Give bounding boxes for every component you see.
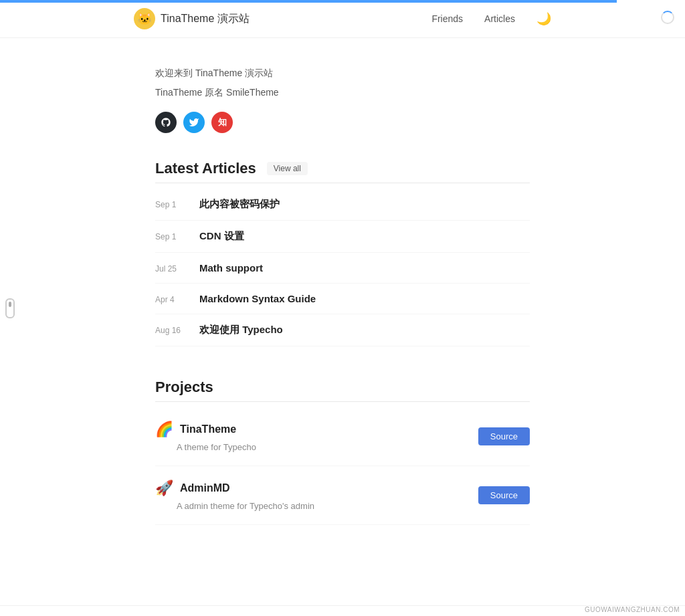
site-header: 🐱 TinaTheme 演示站 Friends Articles 🌙 [0,0,685,38]
articles-divider [155,183,530,183]
projects-section: Projects 🌈 TinaTheme A theme for Typecho… [155,379,530,525]
logo-emoji: 🐱 [137,11,152,26]
article-title[interactable]: 欢迎使用 Typecho [199,324,283,336]
article-date: Aug 16 [155,326,183,335]
project-left: 🚀 AdminMD A admin theme for Typecho's ad… [155,480,314,511]
article-title[interactable]: 此内容被密码保护 [199,198,280,211]
header-left: 🐱 TinaTheme 演示站 [134,8,250,29]
article-date: Jul 25 [155,264,183,274]
project-name-row: 🚀 AdminMD [155,480,314,497]
project-source-button[interactable]: Source [478,427,530,445]
project-item: 🌈 TinaTheme A theme for Typecho Source [155,407,530,466]
nav-articles[interactable]: Articles [484,13,515,24]
project-name: TinaTheme [180,423,236,435]
project-name-row: 🌈 TinaTheme [155,421,256,438]
nav-moon[interactable]: 🌙 [536,11,551,26]
header-nav: Friends Articles 🌙 [431,11,551,26]
latest-articles-section: Latest Articles View all Sep 1 此内容被密码保护 … [155,160,530,346]
projects-section-title: Projects [155,379,213,396]
projects-divider [155,401,530,402]
project-desc: A theme for Typecho [155,442,256,452]
site-logo: 🐱 [134,8,155,29]
projects-list: 🌈 TinaTheme A theme for Typecho Source 🚀… [155,407,530,525]
article-item: Apr 4 Markdown Syntax Guide [155,284,530,314]
articles-section-header: Latest Articles View all [155,160,530,177]
articles-section-title: Latest Articles [155,160,256,177]
zhihu-icon[interactable]: 知 [211,112,233,133]
article-title[interactable]: Markdown Syntax Guide [199,293,316,304]
welcome-line1: 欢迎来到 TinaTheme 演示站 [155,65,530,82]
twitter-icon[interactable] [183,112,205,133]
article-item: Sep 1 CDN 设置 [155,221,530,253]
welcome-section: 欢迎来到 TinaTheme 演示站 TinaTheme 原名 SmileThe… [155,65,530,133]
article-date: Apr 4 [155,295,183,304]
site-title: TinaTheme 演示站 [161,12,250,26]
welcome-line2: TinaTheme 原名 SmileTheme [155,84,530,101]
site-footer: Copyright © 2021- 2022 Magneto Theme Tin… [0,605,685,616]
social-icons: 知 [155,112,530,133]
top-loading-bar [0,0,685,3]
article-title[interactable]: CDN 设置 [199,230,244,243]
github-icon[interactable] [155,112,177,133]
project-emoji: 🚀 [155,480,173,497]
article-date: Sep 1 [155,200,183,209]
article-title[interactable]: Math support [199,262,263,274]
project-name: AdminMD [180,482,230,494]
project-left: 🌈 TinaTheme A theme for Typecho [155,421,256,452]
project-emoji: 🌈 [155,421,173,438]
article-item: Aug 16 欢迎使用 Typecho [155,314,530,346]
project-desc: A admin theme for Typecho's admin [155,501,314,511]
project-item: 🚀 AdminMD A admin theme for Typecho's ad… [155,466,530,525]
loading-spinner [661,11,674,24]
article-item: Sep 1 此内容被密码保护 [155,189,530,221]
article-item: Jul 25 Math support [155,253,530,284]
nav-friends[interactable]: Friends [431,13,463,24]
scroll-indicator [5,298,15,318]
main-content: 欢迎来到 TinaTheme 演示站 TinaTheme 原名 SmileThe… [142,38,543,605]
article-list: Sep 1 此内容被密码保护 Sep 1 CDN 设置 Jul 25 Math … [155,189,530,346]
watermark: GUOWAIWANGZHUAN.COM [585,606,680,613]
view-all-button[interactable]: View all [267,162,308,175]
article-date: Sep 1 [155,232,183,241]
projects-section-header: Projects [155,379,530,396]
scroll-dot [9,302,11,307]
project-source-button[interactable]: Source [478,486,530,504]
